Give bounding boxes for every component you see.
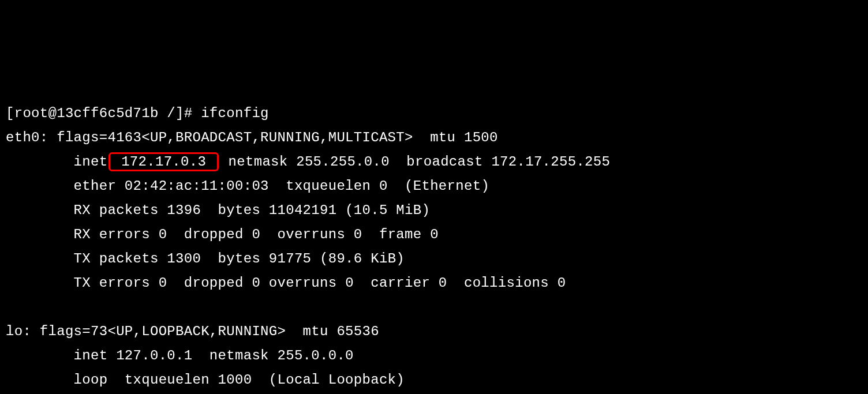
lo-link-type: Local Loopback <box>277 372 396 388</box>
lo-mtu: 65536 <box>336 324 379 339</box>
eth0-netmask: 255.255.0.0 <box>296 154 390 170</box>
lo-flags-num: 73 <box>91 324 107 339</box>
eth0-rx-frame: 0 <box>430 227 439 242</box>
eth0-tx-collisions: 0 <box>558 275 566 291</box>
iface-eth0-name: eth0 <box>6 130 40 145</box>
prompt-path: / <box>167 106 175 121</box>
eth0-rx-bytes-human: 10.5 MiB <box>354 202 422 218</box>
eth0-tx-errors: 0 <box>159 275 167 291</box>
eth0-tx-dropped: 0 <box>252 275 260 291</box>
eth0-inet-highlight: 172.17.0.3 <box>108 152 218 171</box>
eth0-rx-bytes: 11042191 <box>269 202 337 218</box>
eth0-tx-overruns: 0 <box>345 275 354 291</box>
terminal-output[interactable]: [root@13cff6c5d71b /]# ifconfig eth0: fl… <box>6 102 862 394</box>
eth0-inet: 172.17.0.3 <box>121 154 206 170</box>
lo-txqueuelen: 1000 <box>218 372 252 388</box>
eth0-rx-dropped: 0 <box>252 227 260 242</box>
prompt-symbol: # <box>184 106 193 121</box>
eth0-tx-packets: 1300 <box>167 251 201 267</box>
command: ifconfig <box>201 106 269 121</box>
lo-inet: 127.0.0.1 <box>116 348 192 363</box>
prompt-host: 13cff6c5d71b <box>57 106 158 121</box>
eth0-link-type: Ethernet <box>413 178 481 194</box>
eth0-broadcast: 172.17.255.255 <box>491 154 610 170</box>
eth0-rx-overruns: 0 <box>354 227 362 242</box>
eth0-mtu: 1500 <box>464 130 498 145</box>
eth0-tx-carrier: 0 <box>439 275 447 291</box>
eth0-tx-bytes: 91775 <box>269 251 312 267</box>
eth0-tx-bytes-human: 89.6 KiB <box>328 251 396 267</box>
iface-lo-name: lo <box>6 324 23 339</box>
lo-netmask: 255.0.0.0 <box>278 348 354 363</box>
eth0-flags-list: UP,BROADCAST,RUNNING,MULTICAST <box>150 130 405 145</box>
eth0-rx-errors: 0 <box>159 227 167 242</box>
prompt-user: root <box>14 106 48 121</box>
eth0-flags-num: 4163 <box>107 130 141 145</box>
eth0-rx-packets: 1396 <box>167 202 201 218</box>
lo-flags-list: UP,LOOPBACK,RUNNING <box>116 324 277 339</box>
eth0-ether: 02:42:ac:11:00:03 <box>125 178 269 194</box>
eth0-txqueuelen: 0 <box>379 178 388 194</box>
